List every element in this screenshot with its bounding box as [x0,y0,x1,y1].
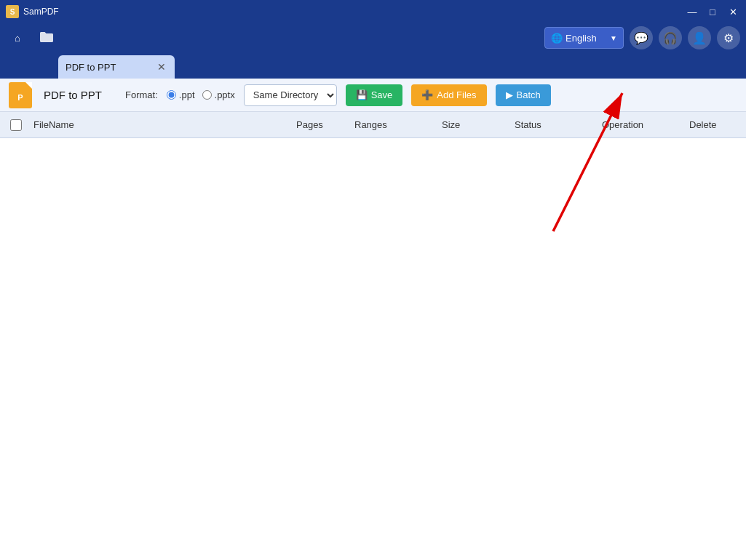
directory-select[interactable]: Same Directory [244,84,337,106]
format-pptx-label: .pptx [215,89,235,100]
app-title: SamPDF [23,7,59,17]
add-files-button[interactable]: ➕ Add Files [411,84,486,106]
main-content: P PDF to PPT Format: .ppt .pptx Same Dir… [0,79,746,560]
header-pages: Pages [292,119,350,130]
header-filename: FileName [29,119,292,130]
header-size: Size [437,119,510,130]
app-icon: S [6,5,19,18]
chat-button[interactable]: 💬 [630,26,653,49]
file-icon-letter: P [17,93,23,102]
batch-button[interactable]: ▶ Batch [496,84,551,106]
format-ppt-radio[interactable] [167,90,176,100]
header-ranges: Ranges [350,119,437,130]
tab-pdf-to-ppt[interactable]: PDF to PPT ✕ [58,55,175,79]
chat-icon: 💬 [634,31,648,45]
settings-button[interactable]: ⚙ [717,26,740,49]
title-bar: S SamPDF — □ ✕ [0,0,746,23]
maximize-button[interactable]: □ [702,4,723,19]
table-header: FileName Pages Ranges Size Status Operat… [0,112,746,138]
header-status: Status [510,119,598,130]
format-pptx-radio[interactable] [202,90,212,100]
save-button[interactable]: 💾 Save [346,84,403,106]
add-icon: ➕ [421,89,433,100]
minimize-button[interactable]: — [682,4,702,19]
save-icon: 💾 [356,89,368,100]
home-icon: ⌂ [15,33,20,44]
format-pptx-option[interactable]: .pptx [202,89,235,100]
format-ppt-option[interactable]: .ppt [167,89,195,100]
user-icon: 👤 [692,31,707,45]
folder-icon [39,31,54,46]
format-label: Format: [125,89,158,100]
batch-icon: ▶ [506,89,513,100]
language-flag-icon: 🌐 [551,33,563,44]
file-table: FileName Pages Ranges Size Status Operat… [0,112,746,560]
filetool-title: PDF to PPT [44,89,102,101]
folder-button[interactable] [35,26,58,49]
chevron-down-icon: ▼ [610,34,617,42]
user-button[interactable]: 👤 [688,26,711,49]
tab-label: PDF to PPT [66,62,116,73]
settings-icon: ⚙ [723,31,734,45]
format-ppt-label: .ppt [179,89,195,100]
format-options: .ppt .pptx [167,89,235,100]
select-all-checkbox[interactable] [10,119,22,131]
header-delete: Delete [685,119,743,130]
header-checkbox-cell[interactable] [3,119,29,131]
headset-button[interactable]: 🎧 [659,26,682,49]
add-files-label: Add Files [437,89,476,100]
batch-label: Batch [517,89,541,100]
save-label: Save [371,89,393,100]
table-body [0,138,746,284]
header-operation: Operation [598,119,685,130]
tabs-bar: PDF to PPT ✕ [0,52,746,79]
file-toolbar: P PDF to PPT Format: .ppt .pptx Same Dir… [0,79,746,112]
language-selector[interactable]: 🌐 English Chinese Japanese ▼ [544,27,624,49]
pdf-ppt-icon: P [9,82,35,108]
close-button[interactable]: ✕ [723,4,743,19]
tab-close-button[interactable]: ✕ [156,61,167,73]
home-button[interactable]: ⌂ [6,26,29,49]
language-dropdown[interactable]: English Chinese Japanese [566,33,607,44]
headset-icon: 🎧 [663,31,678,45]
